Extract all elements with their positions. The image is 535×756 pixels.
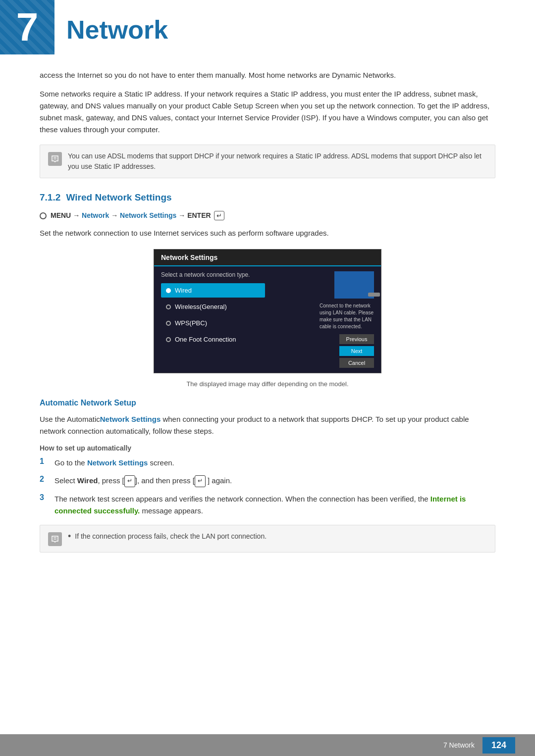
ns-option-wps[interactable]: WPS(PBC) [161, 316, 265, 330]
ns-previous-button[interactable]: Previous [339, 334, 374, 344]
chapter-title: Network [66, 15, 168, 45]
screenshot-container: Network Settings Select a network connec… [40, 249, 495, 373]
sub-note-box: • If the connection process fails, check… [40, 525, 495, 553]
page-footer: 7 Network 124 [0, 734, 535, 756]
step-1-number: 1 [40, 457, 52, 466]
note-icon [48, 152, 62, 166]
step-3-number: 3 [40, 493, 52, 502]
ns-next-button[interactable]: Next [339, 346, 374, 356]
ns-option-onefoot[interactable]: One Foot Connection [161, 332, 265, 347]
page-header: 7 Network [0, 0, 535, 54]
radio-wireless-icon [166, 304, 171, 309]
ns-right-panel: Connect to the network using LAN cable. … [265, 271, 374, 368]
automatic-setup-heading: Automatic Network Setup [40, 399, 495, 407]
radio-wired-icon [166, 288, 171, 293]
note-text: You can use ADSL modems that support DHC… [68, 151, 487, 172]
ns-dialog-title: Network Settings [161, 253, 217, 261]
step-3: 3 The network test screen appears and ve… [40, 493, 495, 517]
ns-body: Select a network connection type. Wired … [154, 266, 381, 373]
ns-option-wireless[interactable]: Wireless(General) [161, 300, 265, 314]
ns-title-bar: Network Settings [154, 250, 381, 266]
step-2-text: Select Wired, press [↵], and then press … [54, 475, 232, 487]
footer-section-label: 7 Network [443, 741, 475, 749]
enter-icon-step2a: ↵ [124, 475, 135, 487]
menu-circle-icon [40, 212, 47, 219]
network-settings-dialog: Network Settings Select a network connec… [154, 249, 381, 373]
main-content: access the Internet so you do not have t… [0, 69, 535, 594]
how-to-label: How to set up automatically [40, 444, 495, 452]
ns-cancel-button[interactable]: Cancel [339, 358, 374, 368]
enter-icon-step2b: ↵ [195, 475, 206, 487]
chapter-number: 7 [16, 4, 39, 50]
menu-path: MENU → Network → Network Settings → ENTE… [40, 211, 495, 220]
ns-button-group: Previous Next Cancel [339, 334, 374, 368]
chapter-title-block: Network [54, 0, 168, 54]
note-box: You can use ADSL modems that support DHC… [40, 145, 495, 178]
step-3-text: The network test screen appears and veri… [54, 493, 495, 517]
section-712-heading: 7.1.2 Wired Network Settings [40, 192, 495, 203]
ns-left-panel: Select a network connection type. Wired … [161, 271, 265, 368]
enter-icon: ↵ [214, 211, 224, 220]
auto-setup-intro: Use the AutomaticNetwork Settings when c… [40, 413, 495, 437]
ns-connection-description: Connect to the network using LAN cable. … [320, 302, 374, 330]
ns-option-wired[interactable]: Wired [161, 283, 265, 298]
ns-connection-image [334, 271, 374, 299]
screenshot-caption: The displayed image may differ depending… [40, 380, 495, 388]
radio-onefoot-icon [166, 337, 171, 342]
footer-page-number: 124 [482, 737, 515, 754]
sub-note-text: If the connection process fails, check t… [75, 531, 267, 542]
step-2-number: 2 [40, 475, 52, 484]
step-1: 1 Go to the Network Settings screen. [40, 457, 495, 469]
section-description: Set the network connection to use Intern… [40, 227, 495, 239]
intro-para-1: access the Internet so you do not have t… [40, 69, 495, 81]
intro-para-2: Some networks require a Static IP addres… [40, 88, 495, 136]
step-1-text: Go to the Network Settings screen. [54, 457, 174, 469]
sub-note-icon [48, 532, 62, 546]
ns-select-label: Select a network connection type. [161, 271, 265, 278]
step-2: 2 Select Wired, press [↵], and then pres… [40, 475, 495, 487]
chapter-number-block: 7 [0, 0, 54, 54]
steps-list: 1 Go to the Network Settings screen. 2 S… [40, 457, 495, 517]
radio-wps-icon [166, 321, 171, 326]
